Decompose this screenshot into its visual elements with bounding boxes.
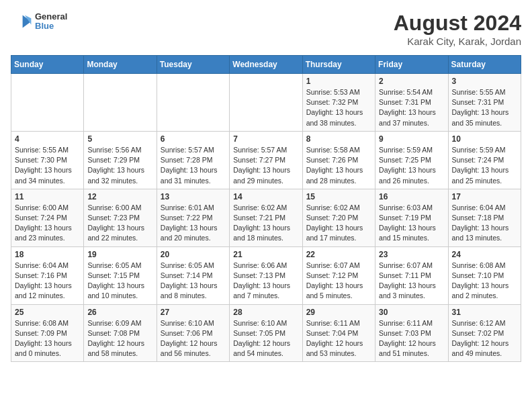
calendar-cell: 1Sunrise: 5:53 AMSunset: 7:32 PMDaylight…	[302, 74, 375, 132]
day-info: Sunrise: 6:01 AMSunset: 7:22 PMDaylight:…	[161, 203, 226, 244]
calendar-title: August 2024	[394, 11, 521, 36]
day-info-line: and 10 minutes.	[87, 291, 138, 300]
day-info: Sunrise: 5:56 AMSunset: 7:29 PMDaylight:…	[87, 145, 152, 186]
calendar-cell: 3Sunrise: 5:55 AMSunset: 7:31 PMDaylight…	[448, 74, 521, 132]
page-header: General Blue August 2024 Karak City, Kar…	[11, 11, 521, 47]
day-info-line: and 51 minutes.	[379, 349, 429, 357]
calendar-cell: 30Sunrise: 6:11 AMSunset: 7:03 PMDayligh…	[375, 304, 448, 362]
calendar-cell: 28Sunrise: 6:10 AMSunset: 7:05 PMDayligh…	[230, 304, 302, 362]
calendar-cell: 25Sunrise: 6:08 AMSunset: 7:09 PMDayligh…	[11, 304, 84, 362]
calendar-cell: 10Sunrise: 5:59 AMSunset: 7:24 PMDayligh…	[448, 131, 521, 189]
calendar-subtitle: Karak City, Karak, Jordan	[394, 36, 521, 47]
calendar-cell: 27Sunrise: 6:10 AMSunset: 7:06 PMDayligh…	[157, 304, 229, 362]
calendar-table: SundayMondayTuesdayWednesdayThursdayFrid…	[11, 55, 521, 362]
day-info-line: and 34 minutes.	[15, 177, 65, 185]
day-info: Sunrise: 6:07 AMSunset: 7:11 PMDaylight:…	[379, 261, 444, 302]
day-info-line: Sunrise: 6:11 AM	[306, 319, 360, 327]
day-info-line: Sunset: 7:32 PM	[306, 98, 359, 106]
day-number: 16	[379, 192, 444, 201]
day-number: 15	[306, 192, 371, 201]
day-info-line: Sunset: 7:27 PM	[233, 156, 285, 164]
weekday-header-friday: Friday	[375, 56, 448, 74]
calendar-cell: 22Sunrise: 6:07 AMSunset: 7:12 PMDayligh…	[302, 246, 375, 304]
day-info-line: Sunrise: 6:03 AM	[379, 203, 433, 212]
day-info-line: Sunrise: 6:10 AM	[233, 319, 287, 327]
day-info-line: Sunset: 7:13 PM	[233, 271, 285, 279]
day-info-line: Sunrise: 5:55 AM	[15, 146, 69, 154]
day-info-line: Sunset: 7:21 PM	[233, 214, 285, 222]
day-info: Sunrise: 6:07 AMSunset: 7:12 PMDaylight:…	[306, 261, 371, 302]
day-number: 17	[452, 192, 517, 201]
day-number: 26	[87, 308, 152, 317]
day-info-line: Sunrise: 6:08 AM	[15, 319, 69, 327]
calendar-cell: 21Sunrise: 6:06 AMSunset: 7:13 PMDayligh…	[230, 246, 302, 304]
day-info-line: Sunset: 7:16 PM	[15, 271, 67, 279]
day-info-line: Sunset: 7:02 PM	[452, 329, 504, 337]
calendar-cell: 26Sunrise: 6:09 AMSunset: 7:08 PMDayligh…	[84, 304, 157, 362]
day-info-line: Sunrise: 5:58 AM	[306, 146, 360, 154]
day-info-line: Sunrise: 6:10 AM	[161, 319, 214, 327]
calendar-cell: 29Sunrise: 6:11 AMSunset: 7:04 PMDayligh…	[302, 304, 375, 362]
calendar-cell: 16Sunrise: 6:03 AMSunset: 7:19 PMDayligh…	[375, 189, 448, 246]
day-info: Sunrise: 5:57 AMSunset: 7:28 PMDaylight:…	[161, 145, 226, 186]
day-info-line: Sunset: 7:18 PM	[452, 214, 504, 222]
day-info-line: Daylight: 13 hours	[306, 281, 363, 289]
week-row-4: 18Sunrise: 6:04 AMSunset: 7:16 PMDayligh…	[11, 246, 521, 304]
logo-blue: Blue	[35, 21, 67, 31]
day-info-line: Daylight: 13 hours	[452, 166, 509, 174]
weekday-header-tuesday: Tuesday	[157, 56, 229, 74]
calendar-cell: 23Sunrise: 6:07 AMSunset: 7:11 PMDayligh…	[375, 246, 448, 304]
day-info-line: Sunrise: 5:59 AM	[452, 146, 506, 154]
day-info: Sunrise: 5:55 AMSunset: 7:30 PMDaylight:…	[15, 145, 80, 186]
day-info-line: Sunset: 7:26 PM	[306, 156, 359, 164]
day-info-line: Sunrise: 5:57 AM	[161, 146, 214, 154]
day-number: 28	[233, 308, 298, 317]
day-info: Sunrise: 6:10 AMSunset: 7:05 PMDaylight:…	[233, 318, 298, 359]
day-info-line: Daylight: 13 hours	[306, 224, 363, 232]
day-info-line: and 3 minutes.	[379, 291, 425, 300]
day-info-line: and 49 minutes.	[452, 349, 502, 357]
day-number: 9	[379, 134, 444, 144]
calendar-cell: 18Sunrise: 6:04 AMSunset: 7:16 PMDayligh…	[11, 246, 84, 304]
logo-text: General Blue	[35, 12, 67, 32]
day-info: Sunrise: 6:04 AMSunset: 7:16 PMDaylight:…	[15, 261, 80, 302]
day-number: 4	[15, 134, 80, 144]
day-number: 29	[306, 308, 371, 317]
day-number: 14	[233, 192, 298, 201]
day-info-line: and 5 minutes.	[306, 291, 353, 300]
day-info-line: Sunset: 7:28 PM	[161, 156, 213, 164]
day-info-line: Daylight: 13 hours	[87, 224, 144, 232]
day-info-line: and 53 minutes.	[306, 349, 357, 357]
day-info: Sunrise: 6:08 AMSunset: 7:10 PMDaylight:…	[452, 261, 517, 302]
calendar-cell: 13Sunrise: 6:01 AMSunset: 7:22 PMDayligh…	[157, 189, 229, 246]
weekday-header-saturday: Saturday	[448, 56, 521, 74]
day-info-line: Sunrise: 5:53 AM	[306, 88, 360, 96]
day-info-line: Sunset: 7:04 PM	[306, 329, 359, 337]
day-info-line: Sunset: 7:30 PM	[15, 156, 67, 164]
day-info-line: Sunrise: 6:01 AM	[161, 203, 214, 212]
day-info-line: Sunrise: 6:02 AM	[306, 203, 360, 212]
day-info: Sunrise: 5:55 AMSunset: 7:31 PMDaylight:…	[452, 87, 517, 128]
day-info-line: and 38 minutes.	[306, 119, 357, 127]
weekday-header-sunday: Sunday	[11, 56, 84, 74]
weekday-header-monday: Monday	[84, 56, 157, 74]
day-number: 20	[161, 250, 226, 259]
day-info: Sunrise: 6:05 AMSunset: 7:14 PMDaylight:…	[161, 261, 226, 302]
day-info-line: Sunset: 7:06 PM	[161, 329, 213, 337]
day-info-line: Daylight: 13 hours	[15, 166, 72, 174]
day-info-line: Daylight: 12 hours	[452, 339, 509, 347]
weekday-header-thursday: Thursday	[302, 56, 375, 74]
day-info-line: Sunset: 7:15 PM	[87, 271, 140, 279]
day-info-line: and 28 minutes.	[306, 177, 357, 185]
day-info-line: Daylight: 12 hours	[161, 339, 218, 347]
day-info-line: Sunrise: 5:55 AM	[452, 88, 506, 96]
day-info-line: Sunrise: 5:54 AM	[379, 88, 433, 96]
day-info: Sunrise: 6:00 AMSunset: 7:24 PMDaylight:…	[15, 203, 80, 244]
day-info-line: Sunrise: 6:11 AM	[379, 319, 433, 327]
day-info-line: Daylight: 13 hours	[15, 339, 72, 347]
day-number: 19	[87, 250, 152, 259]
day-info-line: Daylight: 13 hours	[87, 281, 144, 289]
day-number: 10	[452, 134, 517, 144]
day-info-line: Sunset: 7:08 PM	[87, 329, 140, 337]
day-info-line: and 12 minutes.	[15, 291, 65, 300]
